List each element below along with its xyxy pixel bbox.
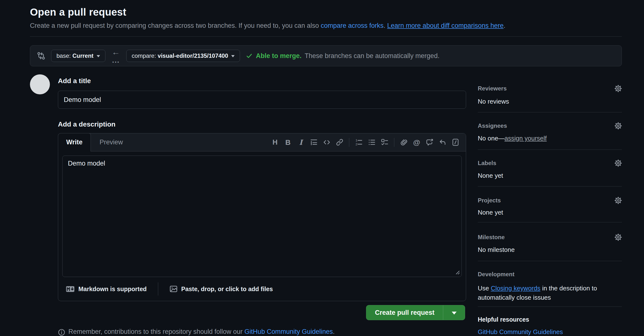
link-button[interactable] bbox=[334, 137, 345, 148]
left-arrow-icon: ← bbox=[112, 48, 120, 56]
sidebar-section-assignees: Assignees No one—assign yourself bbox=[478, 112, 622, 150]
pr-title-input[interactable] bbox=[58, 91, 466, 109]
subtitle-text: Create a new pull request by comparing c… bbox=[30, 22, 321, 29]
sidebar-community-guidelines-link[interactable]: GitHub Community Guidelines bbox=[478, 328, 563, 335]
merge-status-text: These branches can be automatically merg… bbox=[305, 52, 440, 60]
milestone-heading: Milestone bbox=[478, 234, 505, 241]
title-label: Add a title bbox=[58, 77, 466, 85]
compare-label: compare: bbox=[132, 52, 156, 59]
contribution-note-suffix: . bbox=[333, 328, 335, 335]
community-guidelines-link[interactable]: GitHub Community Guidelines bbox=[244, 328, 333, 335]
reply-icon bbox=[439, 138, 446, 146]
paperclip-icon bbox=[400, 138, 408, 146]
cross-reference-button[interactable] bbox=[424, 137, 435, 148]
development-text: Use bbox=[478, 285, 491, 292]
attach-file-button[interactable] bbox=[398, 137, 410, 148]
helpful-resources-heading: Helpful resources bbox=[478, 316, 529, 323]
milestone-value: No milestone bbox=[478, 246, 622, 254]
sidebar-section-projects: Projects None yet bbox=[478, 187, 622, 222]
branch-range-indicator: ← ... bbox=[112, 48, 120, 64]
heading-icon: H bbox=[272, 138, 278, 146]
tab-preview[interactable]: Preview bbox=[91, 133, 132, 151]
create-pull-request-button[interactable]: Create pull request bbox=[366, 305, 443, 320]
description-label: Add a description bbox=[58, 120, 466, 128]
markdown-icon bbox=[66, 286, 75, 292]
header-divider bbox=[30, 36, 622, 37]
heading-button[interactable]: H bbox=[270, 137, 280, 148]
code-button[interactable] bbox=[321, 137, 332, 148]
gear-icon[interactable] bbox=[614, 234, 622, 241]
description-area: Demo model bbox=[62, 155, 462, 277]
contribution-note: Remember, contributions to this reposito… bbox=[58, 328, 466, 336]
markdown-toolbar: H B I bbox=[270, 133, 466, 151]
code-icon bbox=[323, 138, 330, 146]
tab-write[interactable]: Write bbox=[58, 133, 91, 151]
assignees-heading: Assignees bbox=[478, 122, 507, 129]
assignees-value: No one— bbox=[478, 135, 504, 142]
create-pull-request-split-button: Create pull request bbox=[366, 305, 465, 320]
mention-button[interactable]: @ bbox=[411, 137, 422, 148]
pr-sidebar: Reviewers No reviews Assignees bbox=[478, 74, 622, 336]
slash-command-icon bbox=[452, 138, 459, 146]
check-icon bbox=[246, 52, 253, 59]
markdown-supported-link[interactable]: Markdown is supported bbox=[66, 285, 147, 293]
gear-icon[interactable] bbox=[614, 122, 622, 129]
toolbar-separator bbox=[394, 138, 394, 147]
gear-icon[interactable] bbox=[614, 159, 622, 167]
base-label: base: bbox=[56, 52, 71, 59]
footer-separator bbox=[158, 282, 158, 295]
mention-icon: @ bbox=[413, 138, 420, 146]
compare-branch-selector[interactable]: compare: visual-editor/2135/107400 bbox=[126, 50, 240, 62]
contribution-note-text: Remember, contributions to this reposito… bbox=[68, 328, 244, 335]
gear-icon[interactable] bbox=[614, 85, 622, 92]
task-list-icon bbox=[381, 138, 388, 146]
subtitle-mid: . bbox=[384, 22, 387, 29]
submit-row: Create pull request bbox=[58, 305, 466, 320]
sidebar-section-milestone: Milestone No milestone bbox=[478, 222, 622, 261]
main-content: Add a title Add a description Write Prev… bbox=[30, 74, 622, 336]
merge-status: Able to merge. These branches can be aut… bbox=[246, 52, 439, 60]
page-subtitle: Create a new pull request by comparing c… bbox=[30, 22, 622, 30]
base-branch-selector[interactable]: base: Current bbox=[51, 50, 106, 62]
chevron-down-icon bbox=[231, 55, 234, 57]
branch-compare-bar: base: Current ← ... compare: visual-edit… bbox=[30, 45, 622, 66]
svg-text:2: 2 bbox=[355, 142, 357, 146]
sidebar-section-helpful-resources: Helpful resources GitHub Community Guide… bbox=[478, 307, 622, 336]
slash-command-button[interactable] bbox=[450, 137, 461, 148]
gear-icon[interactable] bbox=[614, 197, 622, 204]
reply-button[interactable] bbox=[437, 137, 448, 148]
assign-yourself-link[interactable]: assign yourself bbox=[504, 135, 547, 142]
attach-files-button[interactable]: Paste, drop, or click to add files bbox=[170, 285, 273, 293]
compare-branch-name: visual-editor/2135/107400 bbox=[158, 52, 228, 59]
sidebar-section-labels: Labels None yet bbox=[478, 150, 622, 187]
labels-value: None yet bbox=[478, 172, 622, 180]
pr-form-column: Add a title Add a description Write Prev… bbox=[30, 74, 466, 336]
chevron-down-icon bbox=[452, 312, 456, 314]
page-header: Open a pull request Create a new pull re… bbox=[30, 6, 622, 37]
sidebar-section-development: Development Use Closing keywords in the … bbox=[478, 261, 622, 307]
compare-across-forks-link[interactable]: compare across forks bbox=[321, 22, 384, 29]
bold-button[interactable]: B bbox=[282, 137, 294, 148]
attach-files-label: Paste, drop, or click to add files bbox=[181, 285, 273, 293]
closing-keywords-link[interactable]: Closing keywords bbox=[491, 285, 540, 292]
sidebar-section-reviewers: Reviewers No reviews bbox=[478, 74, 622, 112]
markdown-supported-label: Markdown is supported bbox=[78, 285, 147, 293]
create-pull-request-dropdown[interactable] bbox=[443, 305, 465, 320]
avatar bbox=[30, 74, 50, 94]
editor-footer: Markdown is supported Paste, drop, or cl… bbox=[58, 277, 466, 301]
git-compare-icon bbox=[37, 52, 45, 60]
pr-description-textarea[interactable]: Demo model bbox=[62, 155, 462, 277]
ordered-list-button[interactable]: 1 2 bbox=[353, 137, 364, 148]
reviewers-heading: Reviewers bbox=[478, 85, 507, 92]
quote-button[interactable] bbox=[308, 137, 319, 148]
merge-status-bold: Able to merge. bbox=[256, 52, 302, 60]
toolbar-separator bbox=[349, 138, 349, 147]
unordered-list-button[interactable] bbox=[366, 137, 377, 148]
svg-text:1: 1 bbox=[355, 138, 357, 142]
italic-button[interactable]: I bbox=[295, 137, 306, 148]
cross-reference-icon bbox=[426, 138, 434, 146]
learn-more-diff-link[interactable]: Learn more about diff comparisons here bbox=[387, 22, 504, 29]
markdown-editor: Write Preview H B I bbox=[58, 133, 466, 301]
range-dots: ... bbox=[112, 57, 120, 64]
task-list-button[interactable] bbox=[379, 137, 390, 148]
